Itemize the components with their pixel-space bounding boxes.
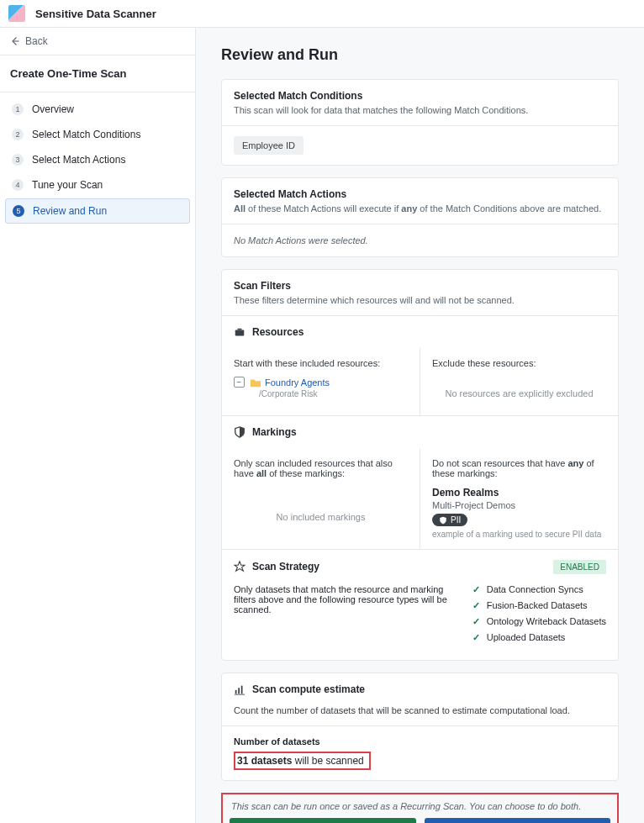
conditions-title: Selected Match Conditions — [234, 90, 606, 102]
step-tune[interactable]: 4Tune your Scan — [5, 173, 190, 197]
conditions-desc: This scan will look for data that matche… — [234, 105, 606, 115]
app-title: Sensitive Data Scanner — [35, 8, 156, 20]
estimate-desc: Count the number of datasets that will b… — [234, 705, 606, 715]
save-recurring-button[interactable]: Save as Recurring Scan — [425, 818, 611, 824]
resources-header: Resources — [222, 315, 618, 348]
enabled-badge: ENABLED — [553, 560, 606, 574]
actions-card: Selected Match Actions All of these Matc… — [221, 177, 619, 257]
filters-desc: These filters determine which resources … — [234, 295, 606, 305]
arrow-left-icon — [10, 36, 20, 46]
realm-sub: Multi-Project Demos — [432, 500, 606, 510]
datasets-count-highlight: 31 datasets will be scanned — [234, 752, 371, 770]
svg-rect-2 — [237, 329, 241, 330]
markings-none: No included markings — [234, 478, 408, 529]
step-overview[interactable]: 1Overview — [5, 98, 190, 121]
svg-rect-4 — [238, 688, 240, 694]
svg-rect-5 — [241, 685, 243, 694]
estimate-card: Scan compute estimate Count the number o… — [221, 673, 619, 781]
pii-note: example of a marking used to secure PII … — [432, 530, 606, 539]
exclude-label: Exclude these resources: — [432, 358, 606, 368]
estimate-header: Scan compute estimate — [222, 673, 618, 705]
shield-small-icon — [439, 516, 447, 525]
folder-icon — [250, 377, 261, 388]
app-icon — [8, 5, 25, 22]
check-icon: ✓ — [472, 584, 480, 595]
datasets-label: Number of datasets — [234, 736, 606, 747]
markings-header: Markings — [222, 415, 618, 448]
list-item: ✓Fusion-Backed Datasets — [472, 600, 606, 611]
content-area: Review and Run Selected Match Conditions… — [196, 28, 644, 823]
include-label: Start with these included resources: — [234, 358, 408, 368]
pii-badge: PII — [432, 514, 467, 526]
actions-empty: No Match Actions were selected. — [234, 235, 368, 245]
collapse-icon[interactable]: − — [234, 377, 245, 388]
check-icon: ✓ — [472, 600, 480, 611]
resource-path: /Corporate Risk — [259, 389, 408, 398]
actions-title: Selected Match Actions — [234, 188, 606, 200]
page-title: Review and Run — [221, 46, 619, 64]
resource-item: − Foundry Agents — [234, 377, 408, 388]
back-button[interactable]: Back — [0, 28, 195, 55]
back-label: Back — [25, 35, 48, 47]
strategy-header: Scan Strategy — [234, 561, 319, 572]
chart-icon — [234, 683, 245, 695]
condition-chip: Employee ID — [234, 136, 304, 155]
step-review[interactable]: 5Review and Run — [5, 198, 190, 224]
realm-name: Demo Realms — [432, 487, 606, 499]
run-section: This scan can be run once or saved as a … — [221, 793, 619, 824]
strategy-icon — [234, 561, 245, 572]
actions-desc: All of these Match Actions will execute … — [234, 203, 606, 214]
check-icon: ✓ — [472, 616, 480, 627]
run-once-button[interactable]: Run One-Time Scan — [230, 818, 416, 824]
svg-rect-3 — [235, 689, 237, 693]
filters-title: Scan Filters — [234, 280, 606, 292]
check-icon: ✓ — [472, 632, 480, 643]
conditions-card: Selected Match Conditions This scan will… — [221, 79, 619, 166]
exclude-empty: No resources are explicitly excluded — [432, 368, 606, 405]
app-header: Sensitive Data Scanner — [0, 0, 644, 28]
briefcase-icon — [234, 326, 245, 338]
strategy-desc: Only datasets that match the resource an… — [234, 584, 472, 648]
filters-card: Scan Filters These filters determine whi… — [221, 269, 619, 661]
shield-icon — [234, 426, 245, 438]
steps-list: 1Overview 2Select Match Conditions 3Sele… — [0, 92, 195, 230]
list-item: ✓Uploaded Datasets — [472, 632, 606, 643]
markings-include-desc: Only scan included resources that also h… — [234, 458, 408, 478]
svg-rect-1 — [235, 330, 245, 335]
sidebar-title: Create One-Time Scan — [0, 55, 195, 92]
resource-link[interactable]: Foundry Agents — [265, 377, 330, 388]
step-conditions[interactable]: 2Select Match Conditions — [5, 123, 190, 146]
run-note: This scan can be run once or saved as a … — [230, 801, 610, 811]
strategy-checklist: ✓Data Connection Syncs ✓Fusion-Backed Da… — [472, 584, 606, 648]
list-item: ✓Data Connection Syncs — [472, 584, 606, 595]
list-item: ✓Ontology Writeback Datasets — [472, 616, 606, 627]
step-actions[interactable]: 3Select Match Actions — [5, 148, 190, 171]
sidebar: Back Create One-Time Scan 1Overview 2Sel… — [0, 28, 196, 823]
markings-exclude-desc: Do not scan resources that have any of t… — [432, 458, 606, 478]
